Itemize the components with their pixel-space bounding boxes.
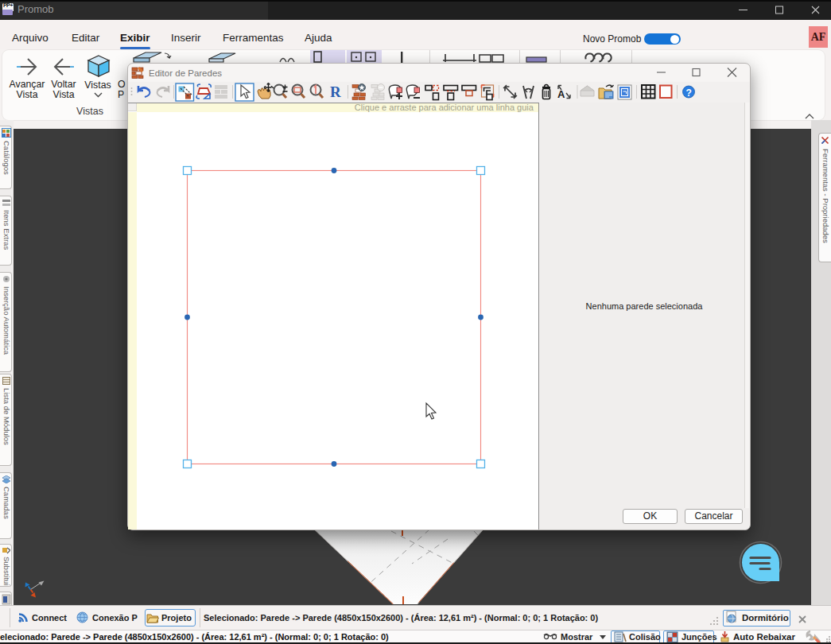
svg-text:A: A	[557, 88, 565, 100]
svg-text:R: R	[330, 83, 341, 100]
svg-text:?: ?	[686, 87, 692, 99]
